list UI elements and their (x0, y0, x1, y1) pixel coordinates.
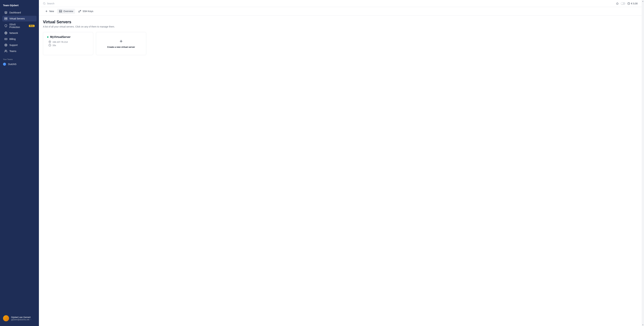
server-card[interactable]: MyVirtualServer 194.107.78.214 33s (43, 32, 93, 55)
scrollbar-up-icon[interactable]: ▲ (642, 0, 644, 2)
server-header: MyVirtualServer (47, 35, 89, 38)
toolbar: New Overview SSH Keys (39, 7, 642, 15)
svg-point-10 (5, 44, 6, 45)
server-uptime-row: 33s (47, 44, 89, 47)
star-icon[interactable] (616, 2, 619, 5)
nav-label: Support (10, 44, 18, 46)
nav-label: Billing (10, 38, 16, 40)
svg-point-8 (6, 39, 6, 39)
sidebar-item-virtual-servers[interactable]: Virtual Servers (2, 16, 36, 21)
team-header: Team Gijsbert (0, 3, 39, 10)
server-ip-row: 194.107.78.214 (47, 40, 89, 43)
svg-rect-23 (59, 11, 62, 12)
main: € 0,00 New Overview SSH Keys Virtual Ser… (39, 0, 642, 326)
server-name: MyVirtualServer (50, 35, 70, 38)
svg-line-13 (6, 44, 7, 45)
sidebar-item-support[interactable]: Support (2, 42, 36, 48)
your-teams-label: Your Teams (0, 55, 39, 62)
search-icon (43, 2, 46, 5)
shield-icon (4, 24, 8, 27)
sidebar-item-ddos-protection[interactable]: DDoS Protection Beta (2, 22, 36, 30)
overview-button[interactable]: Overview (57, 9, 75, 14)
beta-badge: Beta (29, 25, 34, 27)
svg-rect-1 (5, 17, 7, 18)
plus-icon (45, 10, 48, 13)
balance-display[interactable]: € 0,00 (628, 2, 638, 5)
server-icon (4, 17, 8, 20)
team-avatar (3, 63, 6, 66)
sidebar-item-dashboard[interactable]: Dashboard (2, 10, 36, 15)
sidebar-item-network[interactable]: Network (2, 30, 36, 36)
svg-rect-7 (5, 38, 7, 40)
users-icon (4, 50, 8, 53)
team-label: DutchIS (8, 63, 16, 65)
scrollbar-down-icon[interactable]: ▼ (642, 324, 644, 326)
nav-label: Virtual Servers (10, 17, 25, 20)
create-server-card[interactable]: Create a new virtual server (96, 32, 146, 55)
toolbar-label: SSH Keys (82, 10, 93, 12)
sidebar-item-teams[interactable]: Teams (2, 48, 36, 54)
layers-icon (4, 11, 8, 14)
svg-line-11 (5, 44, 6, 45)
svg-line-14 (5, 45, 6, 46)
content: Virtual Servers A list of all your virtu… (39, 15, 642, 59)
balance-amount: € 0,00 (631, 2, 638, 5)
ssh-keys-button[interactable]: SSH Keys (76, 9, 95, 14)
search-input[interactable] (47, 2, 616, 5)
clock-icon (48, 44, 51, 47)
sidebar-item-billing[interactable]: Billing (2, 36, 36, 42)
nav-label: DDoS Protection (10, 23, 26, 28)
server-grid: MyVirtualServer 194.107.78.214 33s Creat… (43, 32, 638, 55)
create-label: Create a new virtual server (107, 46, 135, 48)
svg-point-16 (43, 2, 45, 4)
chevron-up-icon (30, 319, 32, 321)
toolbar-label: New (49, 10, 54, 12)
user-avatar (3, 315, 9, 321)
svg-line-12 (6, 45, 7, 46)
new-button[interactable]: New (43, 9, 56, 14)
svg-point-26 (50, 41, 50, 42)
server-ip: 194.107.78.214 (52, 41, 68, 43)
sidebar: Team Gijsbert Dashboard Virtual Servers … (0, 0, 39, 326)
page-subtitle: A list of all your virtual servers. Clic… (43, 25, 638, 28)
plus-icon (119, 39, 123, 43)
globe-icon (4, 31, 8, 34)
svg-rect-2 (5, 19, 7, 20)
svg-rect-22 (59, 10, 62, 11)
nav-list: Dashboard Virtual Servers DDoS Protectio… (0, 10, 39, 54)
svg-marker-18 (616, 2, 618, 4)
user-profile[interactable]: Gijsbert van Gemert gijsbert@dutchis.net (0, 313, 39, 323)
topbar: € 0,00 (39, 0, 642, 7)
user-email: gijsbert@dutchis.net (11, 319, 36, 321)
nav-label: Dashboard (10, 11, 21, 14)
key-icon (78, 10, 81, 13)
nav-label: Network (10, 32, 18, 34)
user-info: Gijsbert van Gemert gijsbert@dutchis.net (11, 316, 36, 321)
user-name: Gijsbert van Gemert (11, 316, 36, 319)
scrollbar[interactable]: ▲ ▼ (642, 0, 644, 326)
svg-line-17 (45, 4, 45, 4)
server-icon (59, 10, 62, 13)
server-uptime: 33s (52, 44, 56, 47)
gauge-icon (628, 2, 630, 5)
team-item-dutchis[interactable]: DutchIS (0, 62, 39, 67)
lifebuoy-icon (4, 43, 8, 47)
nav-label: Teams (10, 50, 16, 52)
svg-marker-0 (5, 11, 7, 13)
toggle-switch[interactable] (621, 2, 626, 5)
toolbar-label: Overview (64, 10, 73, 12)
svg-point-15 (5, 50, 6, 51)
status-dot-icon (47, 36, 48, 38)
map-pin-icon (48, 40, 51, 43)
page-title: Virtual Servers (43, 20, 638, 24)
cash-icon (4, 37, 8, 40)
